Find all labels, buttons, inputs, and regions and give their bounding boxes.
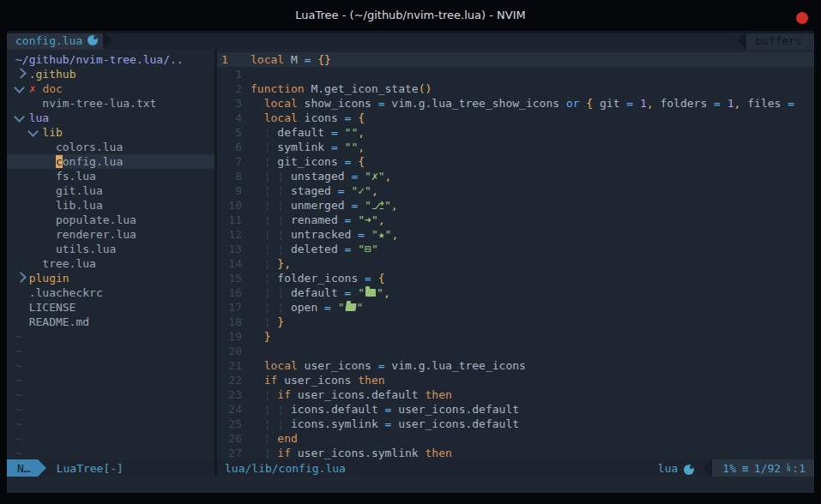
- code-line-text: ¦ if user_icons.symlink then: [251, 446, 452, 459]
- token: [251, 126, 264, 139]
- code-line[interactable]: 15 ¦ folder_icons = {: [217, 271, 814, 285]
- token: files: [740, 97, 788, 110]
- token: "⊟": [358, 243, 377, 255]
- cursor-position: 1/92: [754, 459, 781, 477]
- tree-item[interactable]: colors.lua: [7, 140, 214, 154]
- tree-item[interactable]: lua: [7, 111, 214, 125]
- tree-item-label: .github: [29, 68, 76, 81]
- tree-item-label: LICENSE: [29, 301, 76, 314]
- code-line[interactable]: 4 local icons = {: [217, 111, 814, 125]
- token: user_icons.default: [391, 417, 519, 430]
- tree-item[interactable]: config.lua: [7, 154, 214, 169]
- tree-item[interactable]: git.lua: [7, 183, 214, 198]
- code-line[interactable]: 20: [217, 344, 814, 358]
- token: [251, 213, 264, 226]
- tree-item[interactable]: fs.lua: [7, 169, 214, 183]
- lua-icon: [684, 465, 694, 475]
- token: },: [277, 257, 291, 270]
- tree-item[interactable]: tree.lua: [7, 256, 214, 271]
- command-line[interactable]: [7, 477, 814, 493]
- tab-config-lua[interactable]: config.lua: [7, 31, 103, 50]
- token: vim.g.lua_tree_icons: [385, 359, 526, 372]
- tree-item[interactable]: .luacheckrc: [7, 285, 214, 300]
- token: then: [426, 388, 452, 401]
- chevron-down-icon[interactable]: [29, 125, 43, 140]
- lines-icon: ≡: [742, 459, 748, 477]
- token: [331, 301, 338, 314]
- token: [251, 374, 264, 387]
- powerline-arrow-icon: [737, 31, 746, 50]
- tree-item[interactable]: renderer.lua: [7, 227, 214, 242]
- code-line[interactable]: 17 ¦ ¦ open = "": [217, 300, 814, 315]
- buffers-label[interactable]: buffers: [746, 31, 814, 50]
- token: git: [593, 97, 626, 110]
- tree-item[interactable]: README.md: [7, 315, 214, 329]
- content-area: ~/github/nvim-tree.lua/...github✗doc nvi…: [7, 50, 814, 459]
- line-number: 24: [217, 402, 242, 417]
- token: [284, 199, 291, 212]
- code-line[interactable]: 26 ¦ end: [217, 431, 814, 446]
- code-line[interactable]: 5 ¦ default = "",: [217, 125, 814, 140]
- code-line[interactable]: 16 ¦ ¦ default = "",: [217, 285, 814, 300]
- code-line[interactable]: 21 local user_icons = vim.g.lua_tree_ico…: [217, 358, 814, 373]
- chevron-down-icon[interactable]: [15, 81, 29, 96]
- code-line[interactable]: 9 ¦ ¦ staged = "✓",: [217, 183, 814, 198]
- code-line[interactable]: 2function M.get_icon_state(): [217, 81, 814, 96]
- tree-item[interactable]: plugin: [7, 271, 214, 285]
- code-line[interactable]: 14 ¦ },: [217, 256, 814, 271]
- code-line[interactable]: 27 ¦ if user_icons.symlink then: [217, 446, 814, 459]
- code-line[interactable]: 19 }: [217, 329, 814, 344]
- line-number: 14: [217, 256, 242, 271]
- code-editor[interactable]: 1local M = {}12function M.get_icon_state…: [217, 50, 814, 459]
- token: open: [291, 301, 324, 314]
- tree-item[interactable]: utils.lua: [7, 242, 214, 256]
- chevron-glyph: [15, 68, 27, 79]
- statusline: N… LuaTree[-] lua/lib/config.lua lua 1% …: [7, 459, 814, 477]
- code-line-text: ¦ ¦ staged = "✓",: [251, 183, 378, 198]
- close-button[interactable]: [796, 12, 808, 24]
- tree-item[interactable]: populate.lua: [7, 213, 214, 227]
- token: [358, 199, 365, 212]
- code-line[interactable]: 25 ¦ ¦ icons.symlink = user_icons.defaul…: [217, 417, 814, 431]
- code-line-text: local icons = {: [251, 111, 365, 125]
- line-number-icon: LN: [787, 464, 790, 472]
- token: ,: [383, 286, 390, 299]
- code-line[interactable]: 10 ¦ ¦ unmerged = "⎇",: [217, 198, 814, 213]
- token: 1: [727, 97, 734, 110]
- code-line[interactable]: 6 ¦ symlink = "",: [217, 140, 814, 154]
- token: icons: [298, 111, 345, 124]
- tree-item[interactable]: nvim-tree-lua.txt: [7, 96, 214, 111]
- code-line[interactable]: 22 if user_icons then: [217, 373, 814, 387]
- chevron-down-icon[interactable]: [15, 111, 29, 125]
- token: ¦: [277, 417, 284, 430]
- tree-item[interactable]: LICENSE: [7, 300, 214, 315]
- token: "✓": [351, 184, 371, 197]
- chevron-right-icon[interactable]: [15, 67, 29, 81]
- token: if: [277, 388, 291, 401]
- tree-item[interactable]: ~/github/nvim-tree.lua/..: [7, 52, 214, 67]
- line-number: 15: [217, 271, 242, 285]
- token: [251, 141, 264, 153]
- tree-item[interactable]: lib.lua: [7, 198, 214, 213]
- token: ¦: [277, 403, 284, 416]
- code-line[interactable]: 8 ¦ ¦ unstaged = "✗",: [217, 169, 814, 183]
- code-line-text: ¦ ¦ icons.symlink = user_icons.default: [251, 417, 519, 431]
- code-line[interactable]: 1local M = {}: [217, 52, 814, 67]
- token: [284, 184, 291, 197]
- code-line[interactable]: 11 ¦ ¦ renamed = "➜",: [217, 213, 814, 227]
- code-line[interactable]: 18 ¦ }: [217, 315, 814, 329]
- tree-item[interactable]: lib: [7, 125, 214, 140]
- code-line-text: ¦ folder_icons = {: [251, 271, 385, 285]
- code-line[interactable]: 3 local show_icons = vim.g.lua_tree_show…: [217, 96, 814, 111]
- code-line[interactable]: 1: [217, 67, 814, 81]
- folder-icon: [365, 289, 376, 297]
- tree-item[interactable]: ✗doc: [7, 81, 214, 96]
- code-line[interactable]: 12 ¦ ¦ untracked = "★",: [217, 227, 814, 242]
- code-line[interactable]: 24 ¦ ¦ icons.default = user_icons.defaul…: [217, 402, 814, 417]
- line-number: 25: [217, 417, 242, 431]
- code-line[interactable]: 23 ¦ if user_icons.default then: [217, 387, 814, 402]
- chevron-right-icon[interactable]: [15, 271, 29, 285]
- code-line[interactable]: 7 ¦ git_icons = {: [217, 154, 814, 169]
- tree-item[interactable]: .github: [7, 67, 214, 81]
- code-line[interactable]: 13 ¦ ¦ deleted = "⊟": [217, 242, 814, 256]
